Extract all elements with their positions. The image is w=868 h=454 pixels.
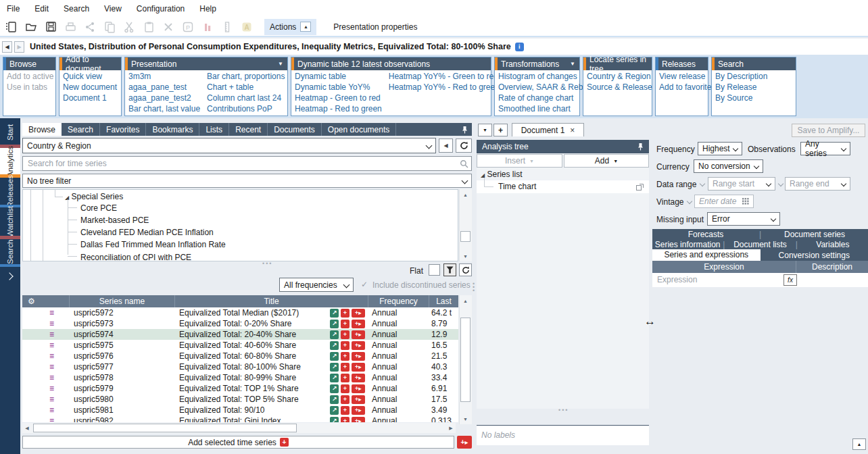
row-menu-icon[interactable]: ≡ — [49, 384, 54, 393]
document-list-dropdown-icon[interactable]: ▼ — [478, 124, 492, 136]
tab-documents[interactable]: Documents — [268, 123, 322, 136]
link-dynamic-table[interactable]: Heatmap - Red to green — [295, 103, 382, 114]
add-series-icon[interactable]: + — [341, 363, 349, 372]
table-settings-column[interactable]: ⚙ — [22, 295, 70, 307]
tree-refresh-icon[interactable] — [456, 138, 472, 153]
add-series-icon[interactable]: + — [341, 417, 349, 423]
add-open-series-icon[interactable]: +▸ — [352, 395, 365, 404]
row-menu-icon[interactable]: ≡ — [49, 330, 54, 339]
link-transformation[interactable]: Rate of change chart — [498, 93, 576, 103]
new-document-icon[interactable] — [4, 20, 19, 34]
add-open-series-icon[interactable]: +▸ — [352, 363, 365, 372]
open-chart-icon[interactable]: ↗ — [330, 406, 339, 415]
column-header-description[interactable]: Description — [796, 261, 868, 273]
save-icon[interactable] — [43, 20, 58, 34]
tab-variables[interactable]: Variables — [798, 240, 868, 249]
tab-bookmarks[interactable]: Bookmarks — [146, 123, 199, 136]
gear-icon[interactable]: ⚙ — [28, 297, 35, 306]
open-chart-icon[interactable]: ↗ — [330, 309, 339, 318]
add-series-icon[interactable]: + — [341, 374, 349, 382]
tree-node-special-series[interactable]: ◢ Special Series — [65, 192, 123, 201]
add-open-series-icon[interactable]: +▸ — [352, 374, 365, 382]
link-presentation[interactable]: Bar chart, proportions — [207, 71, 285, 82]
open-document-icon[interactable] — [24, 20, 39, 34]
table-row[interactable]: ≡uspric5982Equivalized Total: Gini Index… — [22, 415, 458, 422]
table-row[interactable]: ≡uspric5976Equivalized Total: 60-80% Sha… — [22, 351, 458, 361]
scroll-right-icon[interactable]: ▶ — [446, 423, 456, 433]
scroll-up-icon[interactable]: ▲ — [460, 295, 471, 306]
tab-series-information[interactable]: Series information — [652, 240, 723, 249]
panel-expand-icon[interactable]: ▼ — [278, 61, 283, 67]
info-icon[interactable]: i — [515, 43, 524, 51]
tree-leaf[interactable]: Core PCE — [80, 203, 117, 213]
range-end-select[interactable]: Range end — [785, 177, 850, 191]
flat-checkbox[interactable] — [429, 264, 440, 276]
row-menu-icon[interactable]: ≡ — [49, 395, 54, 404]
vintage-date-input[interactable]: Enter date — [694, 195, 754, 208]
menu-file[interactable]: File — [7, 4, 20, 14]
tab-recent[interactable]: Recent — [229, 123, 268, 136]
tree-leaf[interactable]: Cleveland FED Median PCE Inflation — [80, 228, 214, 237]
table-row[interactable]: ≡uspric5972Equivalized Total Median ($20… — [22, 307, 458, 318]
link-presentation[interactable]: Contributions PoP — [207, 103, 285, 114]
vintage-collapse-icon[interactable] — [687, 199, 692, 204]
link-presentation[interactable]: agaa_pane_test — [128, 82, 200, 93]
observations-select[interactable]: Any series — [800, 142, 850, 155]
scrollbar-thumb[interactable] — [460, 231, 471, 242]
open-chart-icon[interactable]: ↗ — [330, 384, 339, 393]
pin-icon[interactable] — [462, 123, 472, 136]
search-input[interactable] — [22, 156, 472, 171]
link-document-1[interactable]: Document 1 — [63, 93, 118, 103]
row-menu-icon[interactable]: ≡ — [49, 416, 54, 422]
open-chart-icon[interactable]: ↗ — [330, 417, 339, 423]
table-hscrollbar[interactable]: ◀ ▶ — [22, 423, 456, 433]
data-range-collapse-icon[interactable] — [700, 181, 705, 186]
open-chart-icon[interactable]: ↗ — [330, 363, 339, 372]
link-dynamic-table[interactable]: Heatmap YoY% - Green to red — [389, 71, 500, 82]
link-transformation[interactable]: Overview, SAAR & Rebase — [498, 82, 576, 93]
list-refresh-icon[interactable] — [459, 263, 472, 276]
link-presentation[interactable]: Chart + table — [207, 82, 285, 93]
splitter-handle[interactable]: ••• — [558, 407, 569, 413]
link-transformation[interactable]: Histogram of changes — [498, 71, 576, 82]
table-row[interactable]: ≡uspric5975Equivalized Total: 40-60% Sha… — [22, 340, 458, 351]
add-series-icon[interactable]: + — [341, 395, 349, 404]
panel-expand-icon[interactable]: ▼ — [570, 61, 575, 67]
menu-view[interactable]: View — [104, 4, 122, 14]
tree-leaf[interactable]: Reconciliation of CPI with PCE — [80, 253, 191, 261]
sidebar-tab-search[interactable]: Search — [0, 239, 20, 264]
table-row[interactable]: ≡uspric5981Equivalized Total: 90/10↗++▸A… — [22, 405, 458, 415]
new-document-tab-button[interactable]: + — [493, 124, 508, 136]
sidebar-tab-analytics[interactable]: Analytics — [0, 148, 20, 174]
add-open-series-icon[interactable]: +▸ — [352, 330, 365, 339]
forward-icon[interactable]: ▶ — [14, 41, 24, 53]
frequency-select[interactable]: Highest — [698, 142, 742, 155]
add-analysis-button[interactable]: Add▼ — [564, 154, 649, 168]
tab-favorites[interactable]: Favorites — [100, 123, 146, 136]
sidebar-expand-icon[interactable] — [5, 272, 13, 280]
table-row[interactable]: ≡uspric5977Equivalized Total: 80-100% Sh… — [22, 361, 458, 372]
table-row[interactable]: ≡uspric5979Equivalized Total: TOP 1% Sha… — [22, 383, 458, 394]
tab-search[interactable]: Search — [62, 123, 100, 136]
tab-conversion-settings[interactable]: Conversion settings — [761, 251, 868, 260]
sidebar-tab-start[interactable]: Start — [0, 120, 20, 145]
link-transformation[interactable]: Smoothed line chart — [498, 103, 576, 114]
tab-series-and-expressions[interactable]: Series and expressions — [652, 249, 761, 261]
add-open-series-icon[interactable]: +▸ — [352, 417, 365, 423]
link-new-document[interactable]: New document — [63, 82, 118, 93]
table-row-selected[interactable]: ≡uspric5974Equivalized Total: 20-40% Sha… — [22, 329, 458, 340]
menu-configuration[interactable]: Configuration — [137, 4, 185, 14]
add-series-icon[interactable]: + — [341, 406, 349, 415]
add-series-icon[interactable]: + — [341, 384, 349, 393]
link-search-by[interactable]: By Source — [715, 93, 792, 103]
tab-browse[interactable]: Browse — [22, 123, 62, 136]
column-header-expression[interactable]: Expression — [652, 261, 796, 273]
open-chart-icon[interactable]: ↗ — [330, 320, 339, 328]
table-row[interactable]: ≡uspric5980Equivalized Total: TOP 5% Sha… — [22, 394, 458, 405]
tab-forecasts[interactable]: Forecasts — [652, 230, 759, 239]
link-locate[interactable]: Source & Release — [587, 82, 648, 93]
back-icon[interactable]: ◀ — [2, 41, 12, 53]
row-menu-icon[interactable]: ≡ — [49, 373, 54, 382]
tab-document-lists[interactable]: Document lists — [725, 240, 795, 249]
analysis-node-series-list[interactable]: ◢ Series list — [481, 170, 523, 179]
